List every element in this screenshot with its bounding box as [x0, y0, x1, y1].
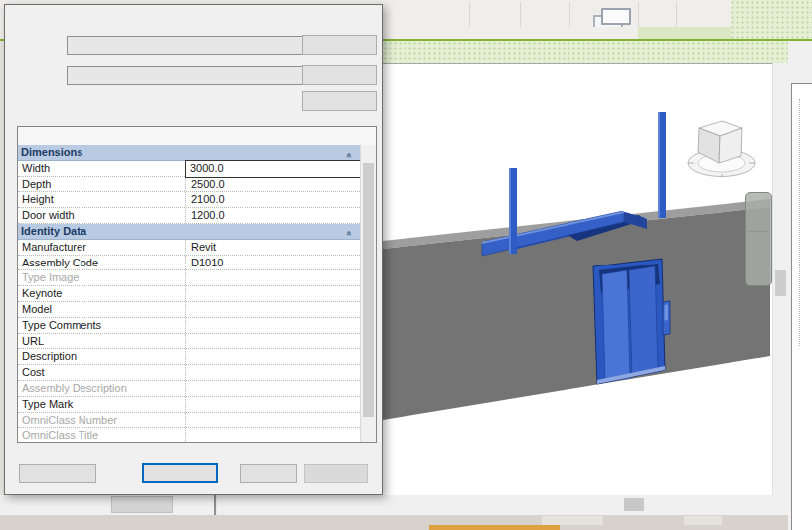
- parameter-value-cell[interactable]: [187, 413, 360, 428]
- ribbon-panel-measure: [520, 27, 570, 39]
- table-scroll-up[interactable]: [361, 146, 376, 159]
- viewcube[interactable]: [688, 121, 755, 177]
- type-properties-dialog: Dimensions»Width3000.0Depth2500.0Height2…: [4, 4, 383, 495]
- parameter-value-cell[interactable]: [187, 397, 360, 412]
- navigation-bar[interactable]: [745, 192, 772, 286]
- parameter-name-cell: URL: [18, 334, 186, 349]
- view-control-bar: [217, 495, 494, 515]
- parameter-value-cell[interactable]: [187, 381, 360, 396]
- properties-palette-bottom: [0, 495, 214, 515]
- parameter-value-cell[interactable]: 2500.0: [187, 177, 360, 192]
- ribbon-panel-create: [569, 27, 639, 39]
- parameter-value-cell[interactable]: [187, 334, 360, 349]
- value-edit-box[interactable]: 3000.0: [185, 160, 360, 178]
- ribbon-empty-area: [731, 0, 812, 41]
- parameter-section-row[interactable]: Dimensions»: [18, 145, 360, 161]
- parameter-value-cell[interactable]: D1010: [187, 256, 360, 270]
- parameter-row[interactable]: Width3000.0: [18, 161, 360, 177]
- status-strip: [0, 515, 812, 530]
- parameter-value-cell[interactable]: [187, 302, 360, 317]
- parameter-row[interactable]: Assembly CodeD1010: [18, 256, 360, 271]
- ok-button[interactable]: [142, 463, 218, 483]
- parameter-name-cell: Assembly Code: [18, 256, 186, 270]
- table-scroll-down[interactable]: [361, 429, 376, 442]
- drawing-area[interactable]: [383, 63, 772, 495]
- dialog-close-icon[interactable]: [356, 10, 376, 27]
- parameter-name-cell: Type Image: [18, 270, 186, 285]
- parameter-row[interactable]: Height2100.0: [18, 192, 360, 208]
- parameter-name-cell: Type Mark: [18, 397, 186, 412]
- parameter-value-cell[interactable]: [187, 349, 360, 364]
- parameter-value-cell[interactable]: [187, 270, 360, 285]
- table-scroll-thumb[interactable]: [363, 163, 374, 417]
- parameter-value-cell[interactable]: 2100.0: [187, 192, 360, 207]
- type-combobox[interactable]: [67, 66, 303, 85]
- taskbar-highlight: [429, 525, 560, 530]
- parameter-value-cell[interactable]: 1200.0: [187, 208, 360, 223]
- table-header: [18, 127, 376, 146]
- parameter-row[interactable]: Type Mark: [18, 397, 360, 413]
- parameter-name-cell: Manufacturer: [18, 240, 186, 255]
- vertical-scroll-thumb[interactable]: [775, 270, 786, 296]
- parameter-row[interactable]: OmniClass Title: [18, 428, 360, 442]
- parameter-name-cell: Assembly Description: [18, 381, 186, 396]
- parameter-row[interactable]: Assembly Description: [18, 381, 360, 397]
- collapse-section-icon[interactable]: »: [340, 231, 355, 237]
- parameter-value-cell[interactable]: [187, 365, 360, 380]
- parameter-name-cell: OmniClass Number: [18, 413, 186, 428]
- palette-apply-button[interactable]: [111, 496, 173, 513]
- parameter-value-cell[interactable]: [187, 428, 360, 442]
- parameter-row[interactable]: Description: [18, 349, 360, 365]
- parameter-value-cell[interactable]: [187, 286, 360, 301]
- revit-application-window: Dimensions»Width3000.0Depth2500.0Height2…: [0, 0, 812, 530]
- project-browser-tree[interactable]: [791, 83, 812, 530]
- cancel-button[interactable]: [240, 464, 297, 483]
- parameter-value-cell[interactable]: 3000.0: [187, 161, 360, 176]
- horizontal-scroll-thumb[interactable]: [624, 498, 644, 511]
- section-name: Identity Data: [18, 225, 86, 237]
- parameter-row[interactable]: Type Comments: [18, 318, 360, 334]
- options-bar: [383, 41, 788, 63]
- parameter-row[interactable]: URL: [18, 334, 360, 350]
- elevator-door-element[interactable]: [593, 259, 665, 384]
- parameter-row[interactable]: Keynote: [18, 286, 360, 302]
- load-button[interactable]: [302, 35, 377, 55]
- parameter-value-cell[interactable]: Revit: [187, 240, 360, 255]
- parameter-row[interactable]: Model: [18, 302, 360, 318]
- parameter-section-row[interactable]: Identity Data»: [18, 224, 360, 240]
- collapse-section-icon[interactable]: »: [340, 152, 355, 158]
- apply-button[interactable]: [304, 464, 368, 483]
- status-strip-segment: [684, 516, 722, 525]
- table-scrollbar[interactable]: [360, 145, 376, 442]
- call-button-panel[interactable]: [663, 301, 670, 335]
- view-horizontal-scrollbar[interactable]: [494, 495, 788, 515]
- duplicate-button[interactable]: [302, 65, 377, 85]
- parameter-row[interactable]: Door width1200.0: [18, 208, 360, 224]
- parameter-row[interactable]: ManufacturerRevit: [18, 240, 360, 256]
- parameter-name-cell: Width: [18, 161, 186, 176]
- family-combobox[interactable]: [67, 36, 303, 55]
- navbar-divider: [749, 231, 768, 232]
- project-browser-panel: [788, 41, 812, 530]
- parameter-row[interactable]: Cost: [18, 365, 360, 381]
- parameter-row[interactable]: Depth2500.0: [18, 177, 360, 193]
- ribbon-panel-mode: [638, 27, 677, 39]
- ribbon-panel-view: [469, 27, 521, 39]
- scroll-up-arrow[interactable]: [773, 65, 788, 78]
- model-3d-view[interactable]: [383, 64, 772, 495]
- parameter-row[interactable]: Type Image: [18, 270, 360, 286]
- parameter-row[interactable]: OmniClass Number: [18, 413, 360, 429]
- parameter-value-cell[interactable]: [187, 318, 360, 333]
- ribbon-panel-host: [676, 27, 731, 39]
- parameter-name-cell: Height: [18, 192, 186, 207]
- create-group-icon-back: [601, 8, 631, 25]
- preview-button[interactable]: [19, 464, 96, 483]
- parameter-name-cell: Model: [18, 302, 186, 317]
- parameter-name-cell: Door width: [18, 208, 186, 223]
- view-vertical-scrollbar[interactable]: [772, 63, 788, 500]
- parameter-name-cell: Cost: [18, 365, 186, 380]
- parameter-name-cell: Type Comments: [18, 318, 186, 333]
- rename-button[interactable]: [302, 91, 377, 111]
- statusbar-divider: [214, 495, 216, 515]
- type-parameters-rows: Dimensions»Width3000.0Depth2500.0Height2…: [18, 145, 360, 442]
